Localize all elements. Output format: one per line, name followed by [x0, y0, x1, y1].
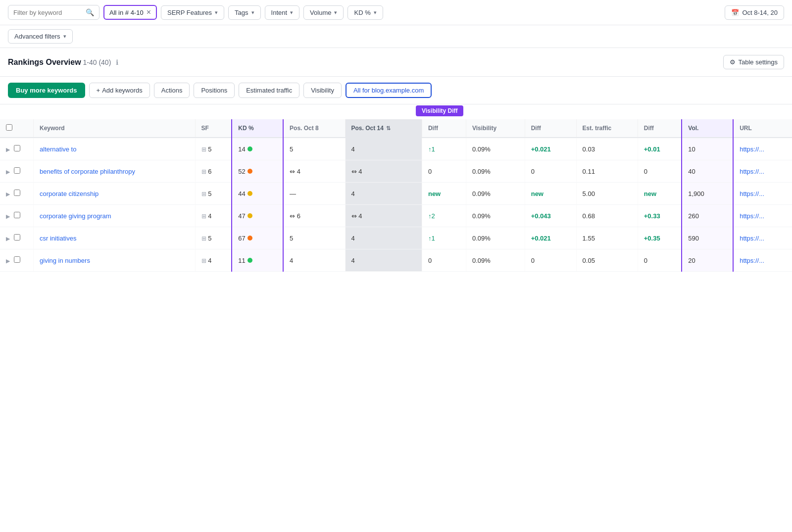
keyword-link[interactable]: corporate giving program	[40, 212, 111, 220]
expand-icon[interactable]: ▶	[6, 236, 10, 242]
th-sf: SF	[195, 119, 232, 138]
expand-icon[interactable]: ▶	[6, 258, 10, 264]
serp-features-dropdown[interactable]: SERP Features ▾	[161, 5, 224, 20]
keyword-cell: giving in numbers	[34, 249, 196, 272]
row-checkbox[interactable]	[14, 190, 20, 196]
diff-value: new	[428, 190, 441, 197]
sf-icon: ⊞	[201, 191, 206, 197]
pos-oct8-cell: 4	[283, 249, 345, 272]
pos-oct8-cell: —	[283, 183, 345, 205]
diff-value: ↑1	[428, 235, 435, 242]
visibility-cell: 0.09%	[466, 160, 525, 183]
kd-cell: 67	[232, 227, 283, 249]
url-link[interactable]: https://...	[740, 145, 764, 153]
section-title-group: Rankings Overview 1-40 (40) ℹ	[8, 58, 118, 67]
add-keywords-button[interactable]: + Add keywords	[89, 83, 150, 98]
intent-dropdown[interactable]: Intent ▾	[265, 5, 300, 20]
vol-cell: 1,900	[682, 183, 733, 205]
select-all-checkbox[interactable]	[6, 124, 12, 131]
advanced-filters-button[interactable]: Advanced filters ▾	[8, 29, 73, 44]
keyword-link[interactable]: corporate citizenship	[40, 190, 99, 197]
filter-chip-all-in[interactable]: All in # 4-10 ×	[103, 5, 157, 20]
close-icon[interactable]: ×	[147, 8, 151, 16]
sf-icon: ⊞	[201, 257, 206, 264]
url-cell: https://...	[733, 183, 792, 205]
keyword-link[interactable]: giving in numbers	[40, 257, 90, 264]
th-visibility: Visibility	[466, 119, 525, 138]
all-for-tab[interactable]: All for blog.example.com	[346, 83, 432, 98]
visibility-tab[interactable]: Visibility	[303, 83, 342, 98]
vis-diff-cell: 0	[525, 160, 576, 183]
section-range: 1-40 (40)	[83, 58, 111, 66]
vis-diff-cell: +0.021	[525, 138, 576, 160]
expand-icon[interactable]: ▶	[6, 191, 10, 197]
chevron-down-icon: ▾	[251, 9, 254, 16]
keyword-link[interactable]: benefits of corporate philanthropy	[40, 168, 135, 175]
estimated-traffic-tab[interactable]: Estimated traffic	[239, 83, 299, 98]
section-title: Rankings Overview	[8, 58, 81, 66]
table-header-row: Keyword SF KD % Pos. Oct 8 Pos. Oct 14 ⇅	[0, 119, 792, 138]
advanced-filters-bar: Advanced filters ▾	[0, 25, 792, 48]
table-settings-button[interactable]: ⚙ Table settings	[723, 55, 785, 69]
tags-dropdown[interactable]: Tags ▾	[228, 5, 260, 20]
kd-dot	[248, 146, 252, 151]
positions-tab[interactable]: Positions	[194, 83, 235, 98]
pos-oct14-cell: 4	[345, 249, 422, 272]
url-link[interactable]: https://...	[740, 190, 764, 197]
est-diff-value: new	[644, 190, 656, 197]
row-checkbox[interactable]	[14, 212, 20, 218]
est-diff-value: +0.35	[644, 235, 660, 242]
table-row: ▶ giving in numbers ⊞ 4 11 4 4 0 0.09% 0…	[0, 249, 792, 272]
url-link[interactable]: https://...	[740, 168, 764, 175]
vis-diff-cell: +0.043	[525, 205, 576, 227]
info-icon[interactable]: ℹ	[116, 58, 118, 66]
calendar-icon: 📅	[731, 9, 739, 16]
chevron-down-icon: ▾	[63, 33, 66, 40]
table-row: ▶ corporate citizenship ⊞ 5 44 — 4 new 0…	[0, 183, 792, 205]
kd-dropdown[interactable]: KD % ▾	[347, 5, 383, 20]
vis-diff-value: new	[531, 190, 544, 197]
row-checkbox[interactable]	[14, 145, 20, 151]
table-settings-label: Table settings	[739, 58, 778, 66]
row-checkbox[interactable]	[14, 234, 20, 241]
est-traffic-cell: 0.03	[576, 138, 638, 160]
keyword-link[interactable]: csr initiatives	[40, 235, 76, 242]
date-range-button[interactable]: 📅 Oct 8-14, 20	[725, 5, 784, 20]
diff-value: 0	[428, 257, 432, 264]
row-expand-cell: ▶	[0, 138, 34, 160]
vol-cell: 10	[682, 138, 733, 160]
table-wrapper: Visibility Diff Keyword SF KD %	[0, 104, 792, 272]
volume-dropdown[interactable]: Volume ▾	[303, 5, 344, 20]
row-checkbox[interactable]	[14, 167, 20, 174]
search-input[interactable]	[13, 9, 83, 16]
gear-icon: ⚙	[730, 58, 736, 66]
est-diff-cell: 0	[638, 160, 682, 183]
row-expand-cell: ▶	[0, 205, 34, 227]
diff-cell: 0	[422, 160, 466, 183]
actions-button[interactable]: Actions	[154, 83, 190, 98]
visibility-cell: 0.09%	[466, 249, 525, 272]
kd-label: KD %	[354, 9, 370, 16]
row-expand-cell: ▶	[0, 183, 34, 205]
keyword-link[interactable]: alternative to	[40, 145, 76, 153]
url-link[interactable]: https://...	[740, 212, 764, 220]
volume-label: Volume	[310, 9, 331, 16]
pos-oct14-cell: 4	[345, 138, 422, 160]
row-expand-cell: ▶	[0, 249, 34, 272]
filter-chip-label: All in # 4-10	[109, 9, 144, 16]
sf-icon: ⊞	[201, 146, 206, 153]
url-link[interactable]: https://...	[740, 235, 764, 242]
expand-icon[interactable]: ▶	[6, 169, 10, 175]
sort-icon[interactable]: ⇅	[386, 125, 391, 131]
url-link[interactable]: https://...	[740, 257, 764, 264]
keyword-cell: csr initiatives	[34, 227, 196, 249]
expand-icon[interactable]: ▶	[6, 146, 10, 152]
chevron-down-icon: ▾	[374, 9, 377, 16]
buy-keywords-button[interactable]: Buy more keywords	[8, 83, 85, 98]
url-cell: https://...	[733, 227, 792, 249]
keyword-cell: corporate citizenship	[34, 183, 196, 205]
vis-diff-value: +0.043	[531, 212, 551, 220]
row-checkbox[interactable]	[14, 256, 20, 263]
est-diff-cell: new	[638, 183, 682, 205]
expand-icon[interactable]: ▶	[6, 213, 10, 219]
